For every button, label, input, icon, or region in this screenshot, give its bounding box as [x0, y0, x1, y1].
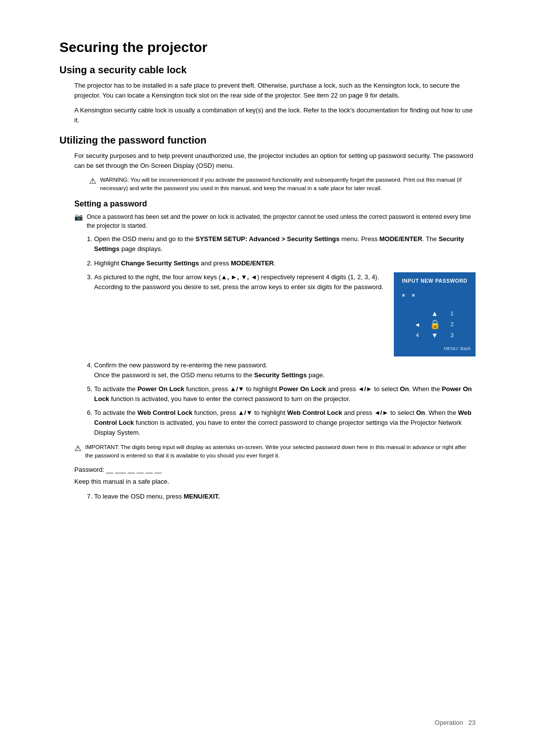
- footer-operation: Operation: [435, 719, 463, 726]
- step3-row: As pictured to the right, the four arrow…: [94, 272, 476, 356]
- important-box: ⚠ IMPORTANT: The digits being input will…: [74, 443, 476, 460]
- subsection-password: Setting a password 📷 Once a password has…: [74, 200, 476, 502]
- pw-num3: 3: [442, 331, 462, 340]
- warning-icon: ⚠: [89, 176, 96, 186]
- step-6: To activate the Web Control Lock functio…: [94, 408, 476, 438]
- section-password: Utilizing the password function For secu…: [59, 135, 476, 502]
- pw-arrow-down: ▼: [428, 330, 442, 341]
- step-1: Open the OSD menu and go to the SYSTEM S…: [94, 234, 476, 254]
- pw-num1: 1: [442, 309, 462, 318]
- pw-arrow-left: ◄: [408, 320, 428, 330]
- step-5: To activate the Power On Lock function, …: [94, 384, 476, 404]
- password-ui-stars: * *: [398, 287, 472, 307]
- steps-list: Open the OSD menu and go to the SYSTEM S…: [94, 234, 476, 438]
- important-icon: ⚠: [74, 444, 81, 453]
- note-box: 📷 Once a password has been set and the p…: [74, 212, 476, 230]
- important-text: IMPORTANT: The digits being input will d…: [85, 443, 476, 460]
- step4-text: Confirm the new password by re-entering …: [94, 361, 268, 369]
- step5-text: To activate the Power On Lock function, …: [94, 385, 472, 403]
- step-4: Confirm the new password by re-entering …: [94, 360, 476, 380]
- password-line: Password: __ ___ __ __ __ __: [74, 465, 476, 475]
- section1-heading: Using a security cable lock: [59, 64, 476, 76]
- pw-center-lock: 🔒: [428, 318, 442, 332]
- warning-box: ⚠ WARNING: You will be inconvenienced if…: [89, 176, 476, 193]
- step-3: As pictured to the right, the four arrow…: [94, 272, 476, 356]
- section1-para2: A Kensington security cable lock is usua…: [74, 105, 476, 125]
- page-title: Securing the projector: [59, 40, 476, 55]
- note-text: Once a password has been set and the pow…: [87, 212, 476, 230]
- section-cable-lock: Using a security cable lock The projecto…: [59, 64, 476, 126]
- step2-text: Highlight Change Security Settings and p…: [94, 259, 275, 267]
- password-ui: INPUT NEW PASSWORD * * ▲ 1 ◄ 🔒: [394, 272, 476, 356]
- footer-page-num: 23: [469, 719, 476, 726]
- keep-manual: Keep this manual in a safe place.: [74, 477, 476, 487]
- section2-para1: For security purposes and to help preven…: [74, 151, 476, 171]
- section1-para1: The projector has to be installed in a s…: [74, 81, 476, 101]
- step4-text2: Once the password is set, the OSD menu r…: [94, 371, 324, 379]
- section2-heading: Utilizing the password function: [59, 135, 476, 146]
- page-footer: Operation 23: [435, 719, 476, 726]
- step-7: To leave the OSD menu, press MENU/EXIT.: [94, 492, 476, 502]
- subsection-heading: Setting a password: [74, 200, 476, 208]
- step7-list: To leave the OSD menu, press MENU/EXIT.: [94, 492, 476, 502]
- password-ui-title: INPUT NEW PASSWORD: [398, 275, 472, 287]
- page-content: Securing the projector Using a security …: [59, 40, 476, 502]
- pw-num2: 2: [442, 320, 462, 329]
- step7-text: To leave the OSD menu, press MENU/EXIT.: [94, 493, 220, 500]
- step6-text: To activate the Web Control Lock functio…: [94, 409, 472, 436]
- pw-num4: 4: [408, 331, 428, 340]
- warning-text: WARNING: You will be inconvenienced if y…: [100, 176, 476, 193]
- step1-text: Open the OSD menu and go to the SYSTEM S…: [94, 235, 464, 252]
- step-2: Highlight Change Security Settings and p…: [94, 258, 476, 268]
- password-ui-menu-back: MENU: Back: [398, 343, 472, 353]
- note-icon: 📷: [74, 213, 83, 221]
- step3-text: As pictured to the right, the four arrow…: [94, 272, 386, 295]
